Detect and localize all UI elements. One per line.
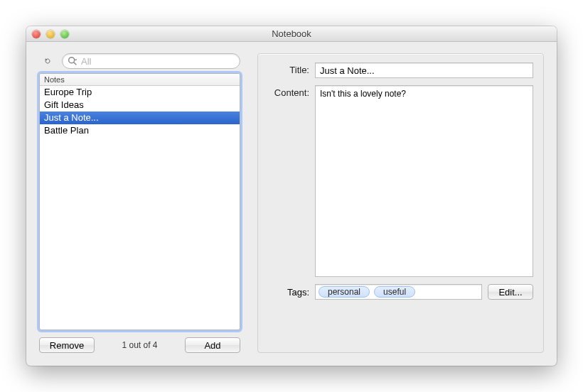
left-pane: Notes Europe TripGift IdeasJust a Note..… xyxy=(39,53,240,353)
window: Notebook xyxy=(26,26,557,366)
detail-pane: Title: Content: Isn't this a lovely note… xyxy=(257,53,544,353)
list-item[interactable]: Gift Ideas xyxy=(40,99,240,111)
list-item[interactable]: Just a Note... xyxy=(40,111,240,124)
list-item[interactable]: Battle Plan xyxy=(40,124,240,137)
content-row: Content: Isn't this a lovely note? xyxy=(268,85,533,277)
content-field[interactable]: Isn't this a lovely note? xyxy=(315,85,533,277)
close-button[interactable] xyxy=(32,30,41,38)
edit-button[interactable]: Edit... xyxy=(488,284,533,300)
title-row: Title: xyxy=(268,62,533,78)
refresh-icon xyxy=(45,56,50,66)
search-field-wrap xyxy=(62,53,240,69)
notes-list-header: Notes xyxy=(40,74,240,86)
left-bottom-bar: Remove 1 out of 4 Add xyxy=(39,337,240,353)
tags-row: Tags: personaluseful Edit... xyxy=(268,284,533,300)
search-input[interactable] xyxy=(62,53,240,69)
zoom-button[interactable] xyxy=(60,30,69,38)
minimize-button[interactable] xyxy=(46,30,55,38)
tags-label: Tags: xyxy=(268,287,309,298)
tags-box[interactable]: personaluseful xyxy=(315,284,482,300)
title-label: Title: xyxy=(268,62,309,75)
tag-pill[interactable]: personal xyxy=(319,286,370,298)
notes-list: Notes Europe TripGift IdeasJust a Note..… xyxy=(39,73,240,330)
counter: 1 out of 4 xyxy=(122,340,157,350)
content-label: Content: xyxy=(268,85,309,98)
titlebar: Notebook xyxy=(26,26,557,42)
add-button[interactable]: Add xyxy=(185,337,240,353)
window-title: Notebook xyxy=(272,28,311,39)
list-item[interactable]: Europe Trip xyxy=(40,86,240,99)
left-toolbar xyxy=(39,53,240,69)
traffic-lights xyxy=(32,30,69,38)
tag-pill[interactable]: useful xyxy=(374,286,415,298)
window-body: Notes Europe TripGift IdeasJust a Note..… xyxy=(26,42,557,366)
remove-button[interactable]: Remove xyxy=(39,337,95,353)
notes-list-body: Europe TripGift IdeasJust a Note...Battl… xyxy=(40,86,240,330)
title-field[interactable] xyxy=(315,62,533,78)
refresh-button[interactable] xyxy=(41,54,55,68)
